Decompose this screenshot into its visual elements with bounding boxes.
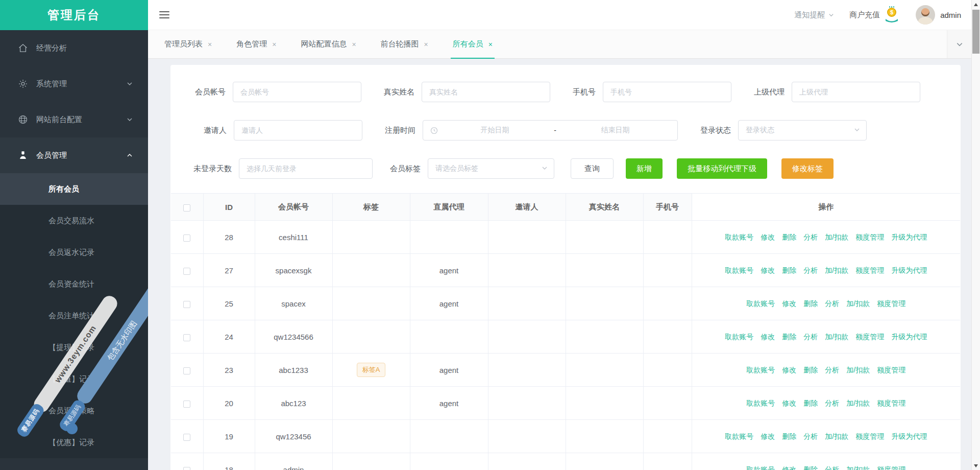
sidebar-subitem[interactable]: 所有会员 [0,173,148,205]
row-action-link[interactable]: 修改 [761,333,775,341]
row-action-link[interactable]: 加/扣款 [825,233,848,241]
scroll-down-arrow[interactable] [972,461,980,470]
close-icon[interactable]: × [208,40,212,49]
row-action-link[interactable]: 分析 [803,333,818,341]
query-button[interactable]: 查询 [571,158,614,179]
row-checkbox[interactable] [183,367,190,374]
tab[interactable]: 角色管理× [227,30,285,58]
close-icon[interactable]: × [488,40,493,49]
row-action-link[interactable]: 额度管理 [877,465,905,470]
sidebar-item-system[interactable]: 系统管理 [0,66,148,102]
sidebar-item-analysis[interactable]: 经营分析 [0,30,148,66]
row-action-link[interactable]: 升级为代理 [891,432,927,440]
sidebar-subitem[interactable]: 会员返水记录 [0,237,148,268]
row-action-link[interactable]: 修改 [782,299,796,308]
user-menu[interactable]: admin [916,5,961,25]
member-tag-select[interactable]: 请选会员标签 [428,158,554,179]
row-checkbox[interactable] [183,301,190,308]
sidebar-item-member[interactable]: 会员管理 [0,137,148,173]
sidebar-subitem[interactable]: 会员注单统计 [0,300,148,332]
row-action-link[interactable]: 分析 [803,266,818,274]
phone-input[interactable] [603,82,731,102]
row-action-link[interactable]: 额度管理 [855,266,884,274]
row-action-link[interactable]: 取款账号 [725,432,753,440]
row-action-link[interactable]: 修改 [782,366,796,374]
row-action-link[interactable]: 修改 [782,399,796,407]
row-action-link[interactable]: 分析 [803,233,818,241]
tabs-collapse-button[interactable] [947,30,971,58]
row-action-link[interactable]: 删除 [782,432,796,440]
row-action-link[interactable]: 加/扣款 [846,465,870,470]
sidebar-subitem[interactable]: 【提现】记录 [0,332,148,363]
menu-toggle-icon[interactable] [159,11,169,18]
sidebar-subitem[interactable]: 会员资金统计 [0,268,148,300]
merchant-recharge-button[interactable]: 商户充值 $ [849,6,900,24]
row-action-link[interactable]: 分析 [825,366,839,374]
edit-tag-button[interactable]: 修改标签 [781,158,834,179]
close-icon[interactable]: × [352,40,356,49]
tab[interactable]: 前台轮播图× [372,30,437,58]
row-checkbox[interactable] [183,234,190,242]
select-all-checkbox[interactable] [183,204,190,212]
row-action-link[interactable]: 修改 [761,266,775,274]
row-action-link[interactable]: 升级为代理 [891,233,927,241]
close-icon[interactable]: × [272,40,276,49]
row-action-link[interactable]: 取款账号 [746,299,775,308]
row-action-link[interactable]: 加/扣款 [846,399,870,407]
row-action-link[interactable]: 额度管理 [855,233,884,241]
row-action-link[interactable]: 取款账号 [725,233,753,241]
row-action-link[interactable]: 额度管理 [855,432,884,440]
row-checkbox[interactable] [183,434,190,441]
sidebar-subitem[interactable]: 会员交易流水 [0,205,148,237]
no-login-days-input[interactable] [239,158,373,179]
scrollbar-thumb[interactable] [972,10,979,54]
vertical-scrollbar[interactable] [971,0,980,470]
row-checkbox[interactable] [183,467,190,470]
row-action-link[interactable]: 分析 [803,432,818,440]
row-action-link[interactable]: 额度管理 [855,333,884,341]
row-action-link[interactable]: 修改 [761,432,775,440]
row-action-link[interactable]: 删除 [803,366,818,374]
row-action-link[interactable]: 分析 [825,465,839,470]
inviter-input[interactable] [234,120,362,140]
reg-time-range-picker[interactable]: 开始日期 - 结束日期 [423,120,678,140]
row-action-link[interactable]: 删除 [803,399,818,407]
batch-move-button[interactable]: 批量移动到代理下级 [677,158,767,179]
row-action-link[interactable]: 加/扣款 [825,266,848,274]
row-action-link[interactable]: 升级为代理 [891,333,927,341]
row-action-link[interactable]: 加/扣款 [846,299,870,308]
row-checkbox[interactable] [183,268,190,275]
row-checkbox[interactable] [183,334,190,341]
row-action-link[interactable]: 分析 [825,399,839,407]
scroll-up-arrow[interactable] [972,0,980,9]
row-action-link[interactable]: 加/扣款 [825,432,848,440]
sidebar-subitem[interactable]: 【充值】记录 [0,363,148,395]
row-action-link[interactable]: 取款账号 [746,465,775,470]
row-action-link[interactable]: 修改 [761,233,775,241]
row-action-link[interactable]: 删除 [803,299,818,308]
row-action-link[interactable]: 取款账号 [746,399,775,407]
add-button[interactable]: 新增 [626,158,663,179]
real-name-input[interactable] [422,82,550,102]
row-action-link[interactable]: 加/扣款 [825,333,848,341]
tab[interactable]: 网站配置信息× [291,30,365,58]
row-action-link[interactable]: 修改 [782,465,796,470]
sidebar-subitem[interactable]: 【优惠】记录 [0,427,148,458]
row-action-link[interactable]: 取款账号 [725,333,753,341]
tab[interactable]: 管理员列表× [155,30,221,58]
row-action-link[interactable]: 升级为代理 [891,266,927,274]
sidebar-subitem[interactable]: 会员返水策略 [0,395,148,427]
row-action-link[interactable]: 取款账号 [725,266,753,274]
row-action-link[interactable]: 加/扣款 [846,366,870,374]
sidebar-item-site-config[interactable]: 网站前台配置 [0,102,148,137]
row-checkbox[interactable] [183,401,190,408]
close-icon[interactable]: × [424,40,428,49]
row-action-link[interactable]: 删除 [803,465,818,470]
notice-dropdown[interactable]: 通知提醒 [794,10,834,20]
row-action-link[interactable]: 取款账号 [746,366,775,374]
row-action-link[interactable]: 额度管理 [877,299,905,308]
row-action-link[interactable]: 删除 [782,266,796,274]
tab[interactable]: 所有会员× [444,30,502,58]
row-action-link[interactable]: 分析 [825,299,839,308]
login-status-select[interactable]: 登录状态 [738,120,867,140]
